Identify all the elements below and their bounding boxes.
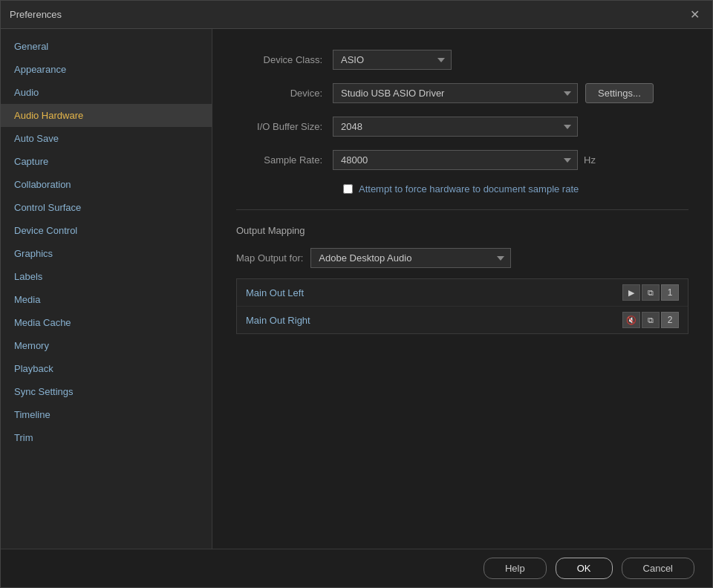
map-output-label: Map Output for: (236, 252, 303, 264)
sidebar-item-sync-settings[interactable]: Sync Settings (1, 380, 212, 403)
force-hardware-row: Attempt to force hardware to document sa… (343, 183, 688, 195)
buffer-label: I/O Buffer Size: (236, 121, 333, 132)
force-hardware-label: Attempt to force hardware to document sa… (359, 183, 579, 195)
sidebar-item-capture[interactable]: Capture (1, 150, 212, 173)
device-class-select[interactable]: ASIO MME DirectSound (333, 50, 452, 70)
sidebar-item-appearance[interactable]: Appearance (1, 58, 212, 81)
sample-rate-label: Sample Rate: (236, 154, 333, 166)
output-clip-btn-left[interactable]: ⧉ (642, 284, 660, 301)
output-row-left: Main Out Left ▶ ⧉ 1 (237, 279, 688, 307)
output-row-right: Main Out Right 🔇 ⧉ 2 (237, 307, 688, 333)
output-num-right: 2 (661, 312, 679, 328)
cancel-button[interactable]: Cancel (622, 558, 694, 579)
sidebar-item-labels[interactable]: Labels (1, 265, 212, 288)
output-mapping-title: Output Mapping (236, 225, 688, 236)
sidebar-item-trim[interactable]: Trim (1, 426, 212, 449)
sidebar-item-device-control[interactable]: Device Control (1, 219, 212, 242)
hz-label: Hz (584, 154, 596, 166)
sidebar-item-general[interactable]: General (1, 35, 212, 58)
map-output-row: Map Output for: Adobe Desktop Audio (236, 248, 688, 268)
ok-button[interactable]: OK (556, 558, 613, 579)
footer: Help OK Cancel (1, 549, 712, 587)
buffer-select[interactable]: 256 512 1024 2048 4096 (333, 117, 578, 137)
device-label: Device: (236, 88, 333, 99)
section-divider (236, 209, 688, 210)
preferences-dialog: Preferences ✕ GeneralAppearanceAudioAudi… (0, 0, 713, 588)
sidebar-item-media[interactable]: Media (1, 288, 212, 311)
output-controls-right: 🔇 ⧉ 2 (622, 312, 679, 328)
sidebar-item-audio[interactable]: Audio (1, 81, 212, 104)
content-area: Device Class: ASIO MME DirectSound Devic… (212, 29, 712, 549)
output-mute-btn-right[interactable]: 🔇 (622, 312, 640, 328)
sidebar-item-collaboration[interactable]: Collaboration (1, 173, 212, 196)
output-name-left: Main Out Left (246, 287, 622, 298)
sidebar: GeneralAppearanceAudioAudio HardwareAuto… (1, 29, 212, 549)
output-play-btn-left[interactable]: ▶ (622, 284, 640, 301)
sidebar-item-audio-hardware[interactable]: Audio Hardware (1, 104, 212, 127)
close-button[interactable]: ✕ (686, 6, 703, 24)
sidebar-item-graphics[interactable]: Graphics (1, 242, 212, 265)
output-clip-btn-right[interactable]: ⧉ (642, 312, 660, 328)
main-content: GeneralAppearanceAudioAudio HardwareAuto… (1, 29, 712, 549)
help-button[interactable]: Help (484, 558, 547, 579)
settings-button[interactable]: Settings... (585, 83, 654, 103)
sidebar-item-auto-save[interactable]: Auto Save (1, 127, 212, 150)
sample-rate-select[interactable]: 44100 48000 88200 96000 192000 (333, 150, 578, 170)
output-controls-left: ▶ ⧉ 1 (622, 284, 679, 301)
device-row: Device: Studio USB ASIO Driver Settings.… (236, 83, 688, 103)
sidebar-item-media-cache[interactable]: Media Cache (1, 311, 212, 334)
sidebar-item-memory[interactable]: Memory (1, 334, 212, 357)
dialog-title: Preferences (10, 9, 62, 20)
device-class-label: Device Class: (236, 54, 333, 65)
device-class-row: Device Class: ASIO MME DirectSound (236, 50, 688, 70)
map-output-select[interactable]: Adobe Desktop Audio (310, 248, 511, 268)
sidebar-item-timeline[interactable]: Timeline (1, 403, 212, 426)
sample-rate-row: Sample Rate: 44100 48000 88200 96000 192… (236, 150, 688, 170)
output-table: Main Out Left ▶ ⧉ 1 Main Out Right 🔇 ⧉ 2 (236, 278, 688, 334)
output-num-left: 1 (661, 284, 679, 301)
sidebar-item-control-surface[interactable]: Control Surface (1, 196, 212, 219)
output-name-right: Main Out Right (246, 315, 622, 326)
buffer-row: I/O Buffer Size: 256 512 1024 2048 4096 (236, 117, 688, 137)
titlebar: Preferences ✕ (1, 1, 712, 29)
force-hardware-checkbox[interactable] (343, 184, 353, 194)
sidebar-item-playback[interactable]: Playback (1, 357, 212, 380)
device-select[interactable]: Studio USB ASIO Driver (333, 83, 578, 103)
